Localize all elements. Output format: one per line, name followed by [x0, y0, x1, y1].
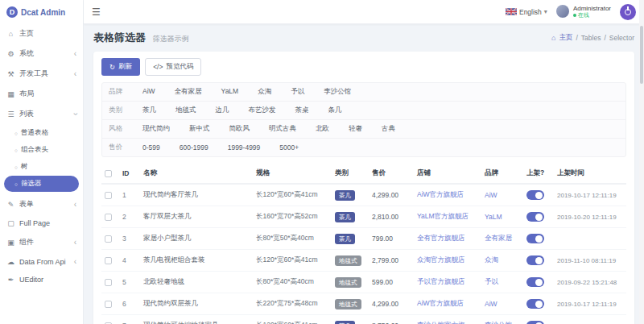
filter-options: AiW全有家居YaLM众淘予以李沙公馆	[142, 87, 351, 97]
breadcrumb-separator: /	[576, 34, 577, 42]
sidebar-item-normal-table[interactable]: ○普通表格	[4, 125, 79, 141]
row-checkbox[interactable]	[105, 235, 112, 243]
filter-option[interactable]: 李沙公馆	[324, 87, 351, 97]
filter-option[interactable]: 5000+	[279, 143, 299, 152]
spec-cell: 长160*宽70*高52cm	[253, 206, 332, 228]
row-checkbox[interactable]	[105, 192, 112, 199]
filter-option[interactable]: 布艺沙发	[249, 106, 276, 115]
sidebar-item-tree[interactable]: ○树	[4, 159, 79, 175]
on-shelf-toggle[interactable]	[526, 190, 544, 200]
logout-button[interactable]	[620, 4, 636, 20]
user-menu[interactable]: Administrator 在线	[556, 5, 611, 19]
sidebar-item-data-from-api[interactable]: ☁Data From Api‹	[0, 252, 83, 271]
sidebar-item-form[interactable]: ✎表单‹	[0, 194, 83, 214]
toggle-knob	[535, 192, 543, 199]
sidebar-item-selector[interactable]: ○筛选器	[4, 176, 79, 192]
chevron-left-icon: ‹	[74, 200, 76, 209]
shop-link[interactable]: 全有官方旗舰店	[417, 234, 465, 242]
refresh-icon: ↻	[109, 63, 115, 71]
filter-option[interactable]: 众淘	[258, 87, 271, 97]
brand-cell: YaLM	[481, 206, 523, 228]
filter-option[interactable]: 北欧	[316, 124, 329, 134]
on-shelf-cell	[523, 293, 554, 315]
filter-option[interactable]: 条几	[328, 106, 342, 115]
brand-link[interactable]: 予以	[485, 277, 498, 285]
shop-link[interactable]: 李沙公馆官方旗舰店	[417, 321, 479, 324]
brand-link[interactable]: AiW	[485, 191, 497, 199]
preview-code-button[interactable]: </> 预览代码	[145, 58, 201, 76]
filter-option[interactable]: 简欧风	[229, 124, 250, 134]
shop-link[interactable]: 予以官方旗舰店	[417, 277, 465, 285]
status-label: 在线	[578, 12, 589, 19]
brand-link[interactable]: YaLM	[485, 213, 502, 221]
filter-option[interactable]: 轻奢	[349, 124, 362, 134]
filter-option[interactable]: 1999-4999	[228, 143, 261, 152]
filter-option[interactable]: 现代简约	[142, 124, 170, 134]
scrollbar[interactable]	[639, 0, 644, 324]
on-shelf-toggle[interactable]	[526, 299, 544, 309]
circle-icon: ○	[14, 164, 18, 170]
sidebar-item-ueditor[interactable]: ✒UEditor	[0, 271, 83, 289]
brand-link[interactable]: 李沙公馆	[485, 321, 512, 324]
price-cell: 2,810.00	[369, 206, 414, 228]
sidebar-item-combined-header[interactable]: ○组合表头	[4, 142, 79, 158]
sidebar-item-dev-tools[interactable]: ⚒开发工具‹	[0, 64, 83, 84]
on-shelf-toggle[interactable]	[526, 212, 544, 222]
brand-link[interactable]: 众淘	[485, 255, 498, 264]
shop-link[interactable]: YaLM官方旗舰店	[417, 212, 469, 220]
column-header: 店铺	[414, 164, 481, 184]
price-cell: 8,756.00	[369, 315, 414, 324]
row-checkbox[interactable]	[105, 214, 112, 221]
refresh-label: 刷新	[118, 62, 132, 72]
on-shelf-toggle[interactable]	[526, 277, 544, 287]
sidebar-item-system[interactable]: ⚙系统‹	[0, 44, 83, 64]
editor-icon: ✒	[6, 276, 15, 284]
row-checkbox[interactable]	[105, 279, 112, 286]
sidebar-item-lists[interactable]: ☰列表‹	[0, 104, 83, 124]
filter-option[interactable]: 地毯式	[175, 106, 196, 115]
language-selector[interactable]: English ▾	[506, 8, 547, 16]
filter-option[interactable]: 600-1999	[180, 143, 208, 152]
on-shelf-cell	[523, 272, 554, 293]
filter-option[interactable]: AiW	[142, 87, 155, 97]
time-cell: 2019-10-17 12:11:19	[554, 293, 626, 315]
filter-option[interactable]: 茶桌	[295, 106, 309, 115]
on-shelf-toggle[interactable]	[526, 321, 544, 324]
brand-link[interactable]: AiW	[485, 300, 497, 308]
sidebar-item-components[interactable]: ▣组件‹	[0, 232, 83, 252]
checkbox-cell	[101, 184, 119, 206]
row-checkbox[interactable]	[105, 257, 112, 264]
name-cell: 北欧轻奢地毯	[140, 272, 253, 293]
shop-link[interactable]: AiW官方旗舰店	[417, 299, 464, 307]
shop-link[interactable]: AiW官方旗舰店	[417, 190, 464, 198]
sidebar-item-full-page[interactable]: ▢Full Page	[0, 214, 83, 232]
chevron-left-icon: ‹	[74, 257, 76, 266]
name-cell: 家居小户型茶几	[140, 228, 253, 250]
filter-option[interactable]: YaLM	[221, 87, 239, 97]
category-badge: 茶几	[335, 234, 355, 244]
scrollbar-thumb[interactable]	[640, 26, 643, 84]
brand-cell: 李沙公馆	[481, 315, 523, 324]
on-shelf-toggle[interactable]	[526, 255, 544, 265]
row-checkbox[interactable]	[105, 301, 112, 308]
filter-option[interactable]: 古典	[382, 124, 395, 134]
on-shelf-toggle[interactable]	[526, 234, 544, 243]
filter-option[interactable]: 边几	[216, 106, 229, 115]
shop-link[interactable]: 众淘官方旗舰店	[417, 255, 465, 264]
id-cell: 5	[119, 272, 140, 293]
user-name: Administrator	[573, 5, 611, 12]
brand-link[interactable]: 全有家居	[485, 234, 512, 242]
filter-option[interactable]: 全有家居	[175, 87, 202, 97]
filter-option[interactable]: 明式古典	[269, 124, 296, 134]
filter-option[interactable]: 予以	[291, 87, 304, 97]
row-checkbox[interactable]	[105, 170, 112, 177]
breadcrumb-home-link[interactable]: 主页	[559, 33, 572, 43]
sidebar-item-home[interactable]: ⌂主页	[0, 23, 83, 44]
filter-option[interactable]: 新中式	[189, 124, 210, 134]
sidebar-item-layout[interactable]: ▦布局	[0, 84, 83, 104]
refresh-button[interactable]: ↻ 刷新	[101, 58, 140, 76]
hamburger-menu-icon[interactable]: ☰	[92, 6, 101, 18]
filter-option[interactable]: 0-599	[142, 143, 160, 152]
filter-option[interactable]: 茶几	[142, 106, 156, 115]
app-logo[interactable]: D Dcat Admin	[0, 0, 83, 23]
